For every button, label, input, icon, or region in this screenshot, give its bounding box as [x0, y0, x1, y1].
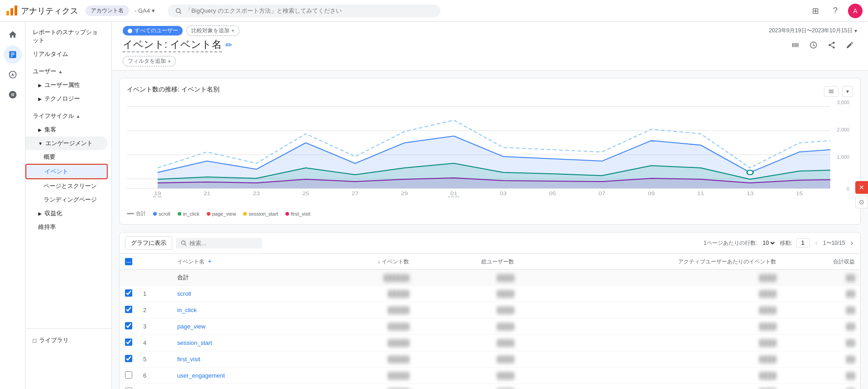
segment-chip[interactable]: すべてのユーザー [123, 26, 183, 35]
sidebar-item-engagement[interactable]: ▼ エンゲージメント [25, 136, 108, 150]
sidebar-item-snapshot[interactable]: レポートのスナップショット [25, 25, 108, 47]
event-name-link[interactable]: scroll [177, 290, 191, 297]
svg-rect-2 [15, 5, 17, 15]
sidebar-item-pages[interactable]: ページとスクリーン [25, 179, 108, 193]
explore-icon-nav[interactable] [4, 66, 22, 84]
row-event-count: █████ [313, 368, 414, 384]
show-graph-button[interactable]: グラフに表示 [125, 236, 172, 250]
search-icon [175, 7, 182, 15]
home-icon-nav[interactable] [4, 25, 22, 44]
row-user-count: ████ [414, 351, 519, 368]
technology-label: テクノロジー [45, 95, 80, 103]
library-label: ライブラリ [39, 336, 69, 344]
rows-per-page-select[interactable]: 10 25 50 [761, 239, 776, 247]
date-range-arrow: ▾ [854, 28, 857, 34]
compare-button[interactable]: 比較対象を追加 + [186, 25, 239, 36]
event-name-link[interactable]: page_view [177, 323, 205, 330]
svg-text:03: 03 [500, 191, 507, 197]
event-name-link[interactable]: first_visit [177, 356, 200, 363]
th-revenue[interactable]: 合計収益 [782, 254, 860, 270]
date-range[interactable]: 2023年9月19日〜2023年10月15日 ▾ [769, 27, 857, 35]
row-checkbox[interactable] [125, 306, 132, 313]
row-revenue: ██ [782, 302, 860, 318]
sidebar-item-landing[interactable]: ランディングページ [25, 193, 108, 207]
legend-total: 合計 [127, 210, 146, 217]
legend-page-view-label: page_view [212, 211, 236, 217]
event-name-link[interactable]: in_click [177, 307, 197, 313]
apps-icon[interactable]: ⊞ [808, 4, 823, 18]
row-checkbox-cell [120, 335, 138, 351]
reports-icon-nav[interactable] [4, 45, 22, 64]
sidebar-item-user-attr[interactable]: ▶ ユーザー属性 [25, 78, 108, 92]
th-events-per-user[interactable]: アクティブユーザーあたりのイベント数 [519, 254, 782, 270]
row-checkbox[interactable] [125, 322, 132, 329]
chart-type-button[interactable] [824, 86, 838, 97]
sidebar-item-technology[interactable]: ▶ テクノロジー [25, 92, 108, 106]
toolbar-right [788, 38, 857, 52]
svg-text:13: 13 [747, 191, 754, 197]
row-event-name[interactable]: user_engagement [172, 368, 313, 384]
sidebar-item-acquisition[interactable]: ▶ 集客 [25, 123, 108, 136]
chart-controls: ▾ [824, 86, 853, 97]
row-events-per-user: ████ [519, 335, 782, 351]
sidebar-item-retention[interactable]: 維持率 [25, 220, 108, 234]
row-event-count: █████ [313, 384, 414, 389]
sidebar-item-overview[interactable]: 概要 [25, 150, 108, 164]
row-revenue: ██ [782, 286, 860, 302]
row-checkbox[interactable] [125, 371, 132, 379]
table-search-input[interactable] [190, 240, 258, 247]
eng-arrow: ▼ [38, 141, 43, 146]
sidebar-item-monetization[interactable]: ▶ 収益化 [25, 207, 108, 220]
chart-dropdown-button[interactable]: ▾ [842, 86, 853, 97]
page-move-input[interactable] [796, 238, 810, 248]
account-selector[interactable]: アカウント名 [85, 5, 129, 16]
insights-icon[interactable] [806, 38, 821, 52]
y-axis-low: 1,000 [837, 154, 849, 160]
header-checkbox[interactable]: — [125, 258, 132, 265]
legend-first-visit-label: first_visit [291, 211, 310, 217]
search-input[interactable] [185, 7, 433, 14]
row-events-per-user: ████ [519, 351, 782, 368]
pagination-next-button[interactable]: › [849, 238, 855, 248]
sidebar-lifecycle-section[interactable]: ライフサイクル ▲ [25, 109, 111, 123]
edit-title-icon[interactable]: ✏ [225, 40, 232, 50]
legend-session-start: session_start [243, 211, 278, 217]
right-float-btn-2[interactable]: ⊙ [855, 196, 868, 208]
svg-rect-1 [10, 8, 13, 15]
row-event-name[interactable]: in_click [172, 302, 313, 318]
th-user-count[interactable]: 総ユーザー数 [414, 254, 519, 270]
row-checkbox[interactable] [125, 289, 132, 297]
advertising-icon-nav[interactable] [4, 86, 22, 104]
app-title: アナリティクス [21, 5, 78, 16]
sidebar-item-events[interactable]: イベント [25, 164, 108, 179]
share-icon[interactable] [824, 38, 839, 52]
row-checkbox[interactable] [125, 355, 132, 362]
sidebar-item-realtime[interactable]: リアルタイム [25, 47, 108, 61]
svg-text:9月: 9月 [153, 196, 162, 197]
page-move-label: 移動: [780, 239, 792, 247]
table-row: 6user_engagement███████████████ [120, 368, 860, 384]
table-search [176, 238, 262, 248]
legend-scroll-label: scroll [159, 211, 170, 217]
add-column-button[interactable]: + [208, 258, 211, 265]
sidebar-library[interactable]: □ ライブラリ [25, 333, 111, 348]
realtime-label: リアルタイム [33, 50, 68, 58]
event-name-link[interactable]: session_start [177, 339, 212, 346]
row-event-name[interactable]: page_view [172, 318, 313, 335]
row-event-name[interactable]: scroll [172, 286, 313, 302]
edit-icon[interactable] [843, 38, 857, 52]
pagination-prev-button[interactable]: ‹ [813, 238, 819, 248]
row-event-name[interactable]: session_start [172, 335, 313, 351]
acquisition-label: 集客 [45, 126, 56, 134]
right-float-btn-1[interactable]: ✕ [855, 181, 868, 194]
compare-columns-icon[interactable] [788, 38, 803, 52]
avatar[interactable]: A [848, 4, 863, 18]
sidebar-user-section[interactable]: ユーザー ▲ [25, 65, 111, 78]
th-event-count[interactable]: ↓ イベント数 [313, 254, 414, 270]
help-icon[interactable]: ? [828, 4, 843, 18]
event-name-link[interactable]: user_engagement [177, 372, 225, 379]
row-event-name[interactable]: form_start [172, 384, 313, 389]
row-event-name[interactable]: first_visit [172, 351, 313, 368]
filter-button[interactable]: フィルタを追加 + [123, 56, 176, 66]
row-checkbox[interactable] [125, 338, 132, 346]
